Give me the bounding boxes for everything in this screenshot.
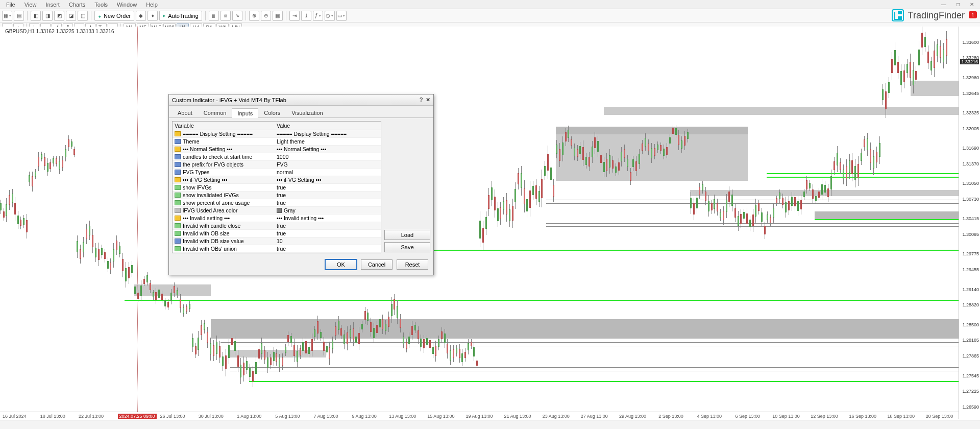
param-row[interactable]: show iFVGstrue (173, 184, 381, 192)
ok-button[interactable]: OK (325, 259, 357, 270)
autoscroll-button[interactable]: ⤓ (301, 11, 311, 21)
line-chart-button[interactable]: ∿ (232, 11, 242, 21)
profiles-button[interactable]: ▤ (14, 11, 24, 21)
chart-area[interactable]: GBPUSD,H1 1.33162 1.33225 1.33133 1.3321… (0, 27, 980, 419)
dialog-tabs: AboutCommonInputsColorsVisualization (169, 106, 433, 118)
grid-header: Variable Value (173, 122, 381, 130)
time-tick: 18 Jul 13:00 (40, 414, 65, 419)
param-row[interactable]: Invalid with candle closetrue (173, 222, 381, 230)
win-close-icon[interactable]: ✕ (966, 1, 978, 8)
param-value[interactable]: true (275, 184, 381, 191)
param-value[interactable]: true (275, 199, 381, 206)
param-row[interactable]: ThemeLight theme (173, 138, 381, 146)
signals-button[interactable]: ♦ (148, 11, 158, 21)
menu-window[interactable]: Window (113, 1, 141, 9)
param-value[interactable]: Light theme (275, 138, 381, 145)
param-value[interactable]: 10 (275, 237, 381, 245)
indicators-button[interactable]: ƒ (313, 11, 323, 21)
reset-button[interactable]: Reset (397, 259, 428, 270)
price-tick: 1.28820 (962, 302, 979, 307)
navigator-button[interactable]: ◩ (54, 11, 64, 21)
win-max-icon[interactable]: □ (952, 1, 964, 8)
tab-inputs[interactable]: Inputs (232, 108, 258, 118)
data-window-button[interactable]: ◨ (42, 11, 53, 21)
candle-chart-button[interactable]: ⧈ (220, 11, 231, 21)
menu-tools[interactable]: Tools (90, 1, 112, 9)
tab-common[interactable]: Common (198, 108, 232, 117)
param-row[interactable]: Invalid with OBs' uniontrue (173, 245, 381, 253)
time-tick: 7 Aug 13:00 (313, 414, 338, 419)
zoom-in-button[interactable]: ⊕ (249, 11, 259, 21)
menu-bar: File View Insert Charts Tools Window Hel… (0, 0, 980, 9)
param-name: FVG Types (183, 169, 209, 175)
templates-button[interactable]: ▭ (336, 11, 347, 21)
dialog-titlebar[interactable]: Custom Indicator - iFVG + Void MT4 By TF… (169, 94, 433, 106)
menu-insert[interactable]: Insert (41, 1, 64, 9)
time-axis: 16 Jul 202418 Jul 13:0022 Jul 13:002024.… (0, 412, 959, 419)
bar-chart-button[interactable]: ⫼ (209, 11, 219, 21)
periods-button[interactable]: ◷ (325, 11, 335, 21)
new-order-button[interactable]: ⬥New Order (94, 11, 134, 21)
tab-visualization[interactable]: Visualization (286, 108, 329, 117)
param-row[interactable]: show percent of zone usagetrue (173, 199, 381, 207)
dialog-help-icon[interactable]: ? (420, 97, 423, 103)
menu-charts[interactable]: Charts (65, 1, 89, 9)
param-row[interactable]: FVG Typesnormal (173, 169, 381, 176)
param-value[interactable]: normal (275, 169, 381, 176)
time-tick: 26 Jul 13:00 (160, 414, 185, 419)
param-row[interactable]: the prefix for FVG objectsFVG (173, 161, 381, 169)
param-value[interactable]: true (275, 222, 381, 229)
tab-colors[interactable]: Colors (258, 108, 286, 117)
param-row[interactable]: ••• Invalid setting •••••• Invalid setti… (173, 214, 381, 222)
tile-windows-button[interactable]: ▦ (273, 11, 283, 21)
price-tick: 1.27545 (962, 373, 979, 378)
param-row[interactable]: ••• iFVG Setting •••••• iFVG Setting ••• (173, 176, 381, 184)
dialog-close-icon[interactable]: ✕ (426, 97, 430, 103)
time-tick: 18 Sep 13:00 (888, 414, 915, 419)
param-row[interactable]: iFVG Usded Area colorGray (173, 207, 381, 214)
cancel-button[interactable]: Cancel (361, 259, 393, 270)
menu-view[interactable]: View (20, 1, 41, 9)
metaquotes-button[interactable]: ◆ (136, 11, 146, 21)
param-value[interactable]: FVG (275, 161, 381, 168)
param-row[interactable]: ===== Display Setting ========== Display… (173, 130, 381, 138)
param-row[interactable]: Invalid with OB sizetrue (173, 230, 381, 237)
price-tick: 1.32325 (962, 110, 979, 115)
zoom-out-button[interactable]: ⊖ (261, 11, 271, 21)
load-button[interactable]: Load (384, 230, 430, 240)
param-value[interactable]: 1000 (275, 153, 381, 160)
param-row[interactable]: candles to check at start time1000 (173, 153, 381, 161)
parameters-grid[interactable]: Variable Value ===== Display Setting ===… (172, 121, 381, 253)
tab-about[interactable]: About (172, 108, 198, 117)
param-row[interactable]: ••• Normal Setting •••••• Normal Setting… (173, 146, 381, 153)
param-value[interactable]: true (275, 192, 381, 199)
param-value[interactable]: true (275, 245, 381, 252)
save-button[interactable]: Save (384, 242, 430, 252)
col-value: Value (275, 122, 292, 130)
new-chart-button[interactable]: ▦ (2, 11, 12, 21)
brand-watermark: TradingFinder (892, 9, 965, 21)
notification-badge[interactable]: 1 (969, 11, 977, 18)
status-bar (0, 420, 980, 429)
chart-symbol-info: GBPUSD,H1 1.33162 1.33225 1.33133 1.3321… (5, 29, 114, 34)
win-min-icon[interactable]: — (937, 1, 950, 8)
param-value[interactable]: ••• iFVG Setting ••• (275, 176, 381, 183)
menu-file[interactable]: File (2, 1, 19, 9)
param-value[interactable]: true (275, 230, 381, 237)
autotrading-button[interactable]: ▸AutoTrading (159, 11, 202, 21)
param-row[interactable]: Invalid with OB size value10 (173, 237, 381, 245)
param-type-icon (175, 223, 181, 228)
price-tick: 1.30415 (962, 216, 979, 221)
param-value[interactable]: ===== Display Setting ===== (275, 130, 381, 137)
tester-button[interactable]: ◫ (78, 11, 88, 21)
main-toolbar: ▦ ▤ ◧ ◨ ◩ ◪ ◫ ⬥New Order ◆ ♦ ▸AutoTradin… (0, 9, 980, 22)
price-tick: 1.26590 (962, 404, 979, 410)
menu-help[interactable]: Help (142, 1, 162, 9)
shift-chart-button[interactable]: ⇥ (289, 11, 300, 21)
param-value[interactable]: Gray (275, 207, 381, 214)
terminal-button[interactable]: ◪ (66, 11, 76, 21)
market-watch-button[interactable]: ◧ (31, 11, 41, 21)
param-value[interactable]: ••• Normal Setting ••• (275, 146, 381, 153)
param-row[interactable]: show invalidated iFVGstrue (173, 192, 381, 199)
param-value[interactable]: ••• Invalid setting ••• (275, 214, 381, 222)
